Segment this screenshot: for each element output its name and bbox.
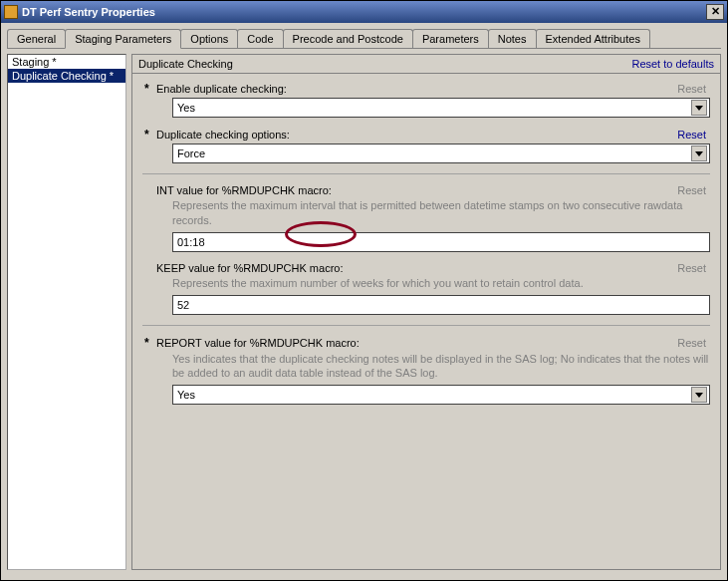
tree-item-staging[interactable]: Staging * xyxy=(8,55,125,69)
enable-label: Enable duplicate checking: xyxy=(156,83,677,95)
tab-parameters[interactable]: Parameters xyxy=(412,29,489,48)
required-asterisk: * xyxy=(142,128,156,142)
svg-marker-2 xyxy=(695,393,703,398)
tab-strip: General Staging Parameters Options Code … xyxy=(1,23,727,48)
row-enable-duplicate-checking: * Enable duplicate checking: Reset Yes xyxy=(142,82,710,118)
report-help-text: Yes indicates that the duplicate checkin… xyxy=(172,352,710,382)
options-select[interactable]: Force xyxy=(172,144,710,163)
keep-reset-link[interactable]: Reset xyxy=(677,262,710,274)
side-tree: Staging * Duplicate Checking * xyxy=(7,54,126,570)
report-select-value: Yes xyxy=(177,389,691,401)
tab-panel: Staging * Duplicate Checking * Duplicate… xyxy=(7,48,721,575)
report-label: REPORT value for %RMDUPCHK macro: xyxy=(156,337,677,349)
tab-precode-postcode[interactable]: Precode and Postcode xyxy=(283,29,413,48)
keep-help-text: Represents the maximum number of weeks f… xyxy=(172,276,710,291)
form-body: * Enable duplicate checking: Reset Yes xyxy=(131,74,721,570)
options-label: Duplicate checking options: xyxy=(156,129,677,141)
divider xyxy=(142,173,710,174)
tab-options[interactable]: Options xyxy=(180,29,238,48)
report-select[interactable]: Yes xyxy=(172,385,710,405)
svg-marker-0 xyxy=(695,106,703,111)
chevron-down-icon xyxy=(691,387,707,403)
tab-general[interactable]: General xyxy=(7,29,66,48)
svg-marker-1 xyxy=(695,151,703,156)
titlebar: DT Perf Sentry Properties ✕ xyxy=(1,1,727,23)
int-input[interactable]: 01:18 xyxy=(172,232,710,252)
chevron-down-icon xyxy=(691,100,707,116)
report-reset-link[interactable]: Reset xyxy=(677,337,710,349)
int-reset-link[interactable]: Reset xyxy=(677,184,710,196)
row-report-value: * REPORT value for %RMDUPCHK macro: Rese… xyxy=(142,336,710,406)
options-select-value: Force xyxy=(177,147,691,159)
close-button[interactable]: ✕ xyxy=(706,4,724,20)
enable-select[interactable]: Yes xyxy=(172,98,710,118)
row-int-value: INT value for %RMDUPCHK macro: Reset Rep… xyxy=(142,184,710,252)
tab-code[interactable]: Code xyxy=(237,29,283,48)
tab-notes[interactable]: Notes xyxy=(488,29,537,48)
keep-input[interactable]: 52 xyxy=(172,295,710,315)
int-input-value: 01:18 xyxy=(177,236,205,248)
row-keep-value: KEEP value for %RMDUPCHK macro: Reset Re… xyxy=(142,262,710,315)
tab-extended-attributes[interactable]: Extended Attributes xyxy=(536,29,650,48)
enable-select-value: Yes xyxy=(177,102,691,114)
tree-item-duplicate-checking[interactable]: Duplicate Checking * xyxy=(8,69,125,83)
keep-input-value: 52 xyxy=(177,299,189,311)
section-header: Duplicate Checking Reset to defaults xyxy=(131,54,721,74)
enable-reset-link[interactable]: Reset xyxy=(677,83,710,95)
section-title: Duplicate Checking xyxy=(138,58,233,70)
required-asterisk: * xyxy=(142,336,156,350)
int-label: INT value for %RMDUPCHK macro: xyxy=(156,184,677,196)
divider xyxy=(142,325,710,326)
row-duplicate-checking-options: * Duplicate checking options: Reset Forc… xyxy=(142,128,710,163)
content-area: Duplicate Checking Reset to defaults * E… xyxy=(131,54,721,570)
required-asterisk: * xyxy=(142,82,156,96)
int-help-text: Represents the maximum interval that is … xyxy=(172,198,710,228)
chevron-down-icon xyxy=(691,145,707,161)
options-reset-link[interactable]: Reset xyxy=(677,129,710,141)
tab-staging-parameters[interactable]: Staging Parameters xyxy=(65,29,181,49)
reset-to-defaults-link[interactable]: Reset to defaults xyxy=(631,58,714,70)
app-icon xyxy=(4,5,18,19)
window-title: DT Perf Sentry Properties xyxy=(22,6,706,18)
keep-label: KEEP value for %RMDUPCHK macro: xyxy=(156,262,677,274)
